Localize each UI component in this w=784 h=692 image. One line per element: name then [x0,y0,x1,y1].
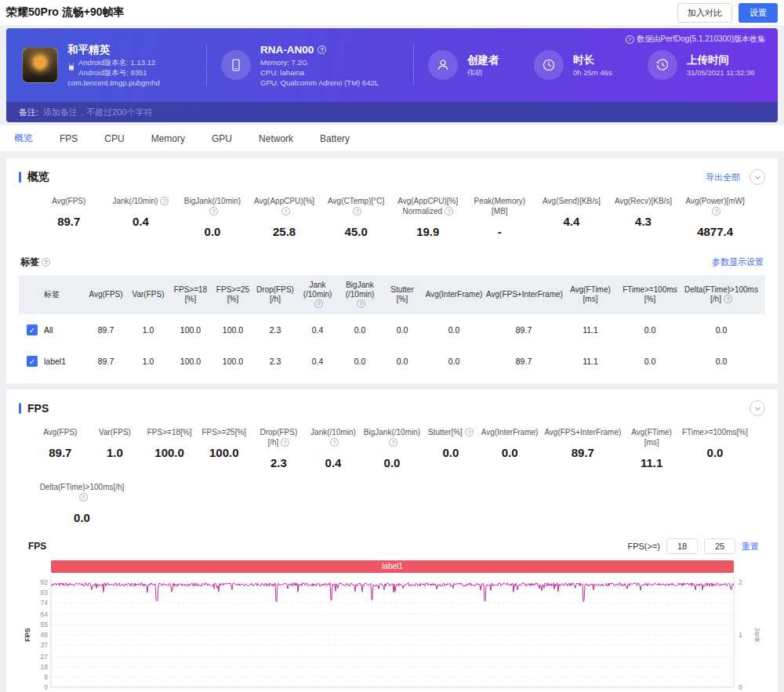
creator-label: 创建者 [467,53,499,67]
svg-text:64: 64 [41,610,49,618]
tab-Battery[interactable]: Battery [320,125,350,152]
metric-value: 100.0 [145,446,194,459]
settings-button[interactable]: 设置 [739,3,778,23]
clock-icon [534,50,564,80]
info-icon[interactable] [209,207,218,216]
info-icon[interactable] [79,493,88,502]
svg-text:9: 9 [44,673,48,681]
history-clock-icon [648,50,677,80]
table-cell: 1.0 [127,346,169,377]
reset-link[interactable]: 重置 [742,541,759,553]
table-header-cell: FPS>=18 [%] [169,275,212,314]
info-icon[interactable] [724,295,732,303]
tab-FPS[interactable]: FPS [60,125,78,152]
svg-text:18: 18 [41,663,49,671]
metric-value: 45.0 [323,225,389,238]
info-icon[interactable] [465,428,474,437]
tab-Memory[interactable]: Memory [151,125,185,152]
fps-chart-title: FPS [28,541,46,552]
metric-label: Avg(InterFrame) [481,427,539,437]
table-cell: 0.0 [618,346,682,377]
upload-time-segment: 上传时间 31/05/2021 11:32:36 [648,50,762,80]
info-icon[interactable] [330,438,339,447]
collapse-fps-button[interactable] [750,400,765,416]
info-icon[interactable] [42,258,50,266]
metric-label: BigJank(/10min) [364,427,420,447]
remark-input[interactable]: 添加备注，不超过200个字符 [43,107,152,118]
metric-value: 19.9 [395,225,461,238]
table-header-cell: Var(FPS) [127,275,169,314]
table-header-cell: Avg(FPS) [85,275,127,314]
svg-text:1: 1 [739,631,742,639]
table-cell: 0.0 [423,314,485,346]
row-checkbox[interactable] [27,356,38,367]
export-all-link[interactable]: 导出全部 [706,172,740,183]
metric-value: 11.1 [627,456,676,469]
fps-chart[interactable]: 09182737465564748392012FPSJank00:0001:18… [24,573,760,692]
table-cell: 11.1 [563,346,618,377]
metric: Avg(Power)[mW]4877.4 [679,196,751,238]
metric-value: 0.0 [36,511,128,524]
info-icon[interactable] [712,207,720,216]
tab-概览[interactable]: 概览 [14,125,33,152]
table-cell: 0.0 [682,346,760,377]
tab-CPU[interactable]: CPU [104,125,124,152]
tab-GPU[interactable]: GPU [212,125,232,152]
device-info-segment: RNA-AN00 Memory: 7.2G CPU: lahaina GPU: … [221,43,413,88]
fps-threshold-controls: FPS(>=) 18 25 重置 [627,538,759,554]
table-cell: 0.4 [296,346,339,377]
app-package: com.tencent.tmgp.pubgmhd [67,78,160,88]
info-icon[interactable] [160,197,169,205]
info-icon[interactable] [281,207,290,216]
table-cell: 0.0 [381,346,423,377]
app-version-rows: Android版本名: 1.13.12 Android版本号: 9351 [67,57,160,78]
page-title: 荣耀50Pro 流畅+90帧率 [6,5,125,20]
row-checkbox[interactable] [27,324,38,335]
metric: Avg(FPS+InterFrame)89.7 [541,427,624,469]
fps-header: FPS [19,397,765,421]
title-accent-bar [19,172,21,183]
table-row: label189.71.0100.0100.02.30.40.00.00.089… [19,346,765,377]
compare-button[interactable]: 加入对比 [677,3,732,23]
metric: BigJank(/10min)0.0 [361,427,423,469]
overview-section: 概览 导出全部 Avg(FPS)89.7Jank(/10min)0.4BigJa… [6,158,778,383]
device-model: RNA-AN00 [260,43,379,57]
row-label: label1 [44,357,66,366]
metric-label: Avg(FTime)[ms] [627,427,676,447]
metric-value: - [467,225,533,238]
table-cell: 2.3 [254,346,296,377]
metric: Jank(/10min)0.4 [306,427,361,469]
info-icon[interactable] [281,438,289,447]
metric-label: Jank(/10min) [108,196,174,206]
collapse-overview-button[interactable] [750,169,765,185]
duration-value: 0h 25m 46s [573,67,612,78]
table-cell: 89.7 [485,314,563,346]
svg-text:92: 92 [41,578,49,586]
info-icon[interactable] [318,45,326,54]
fps-threshold-input-1[interactable]: 18 [666,538,698,554]
device-cpu: CPU: lahaina [260,67,379,78]
info-icon[interactable] [445,207,453,216]
svg-text:46: 46 [41,631,49,639]
table-cell: 0.0 [381,314,423,346]
labels-table: 标签Avg(FPS)Var(FPS)FPS>=18 [%]FPS>=25 [%]… [19,275,765,377]
metric-value: 4.3 [611,215,677,228]
metric-label: FPS>=25[%] [200,427,249,437]
metric: FPS>=18[%]100.0 [142,427,197,469]
svg-text:Jank: Jank [753,627,760,643]
metric-label: Drop(FPS)[/h] [255,427,303,447]
info-icon[interactable] [389,438,397,447]
param-display-settings-link[interactable]: 参数显示设置 [712,256,764,268]
table-cell: 0.0 [682,314,760,346]
metric: Avg(AppCPU)[%]25.8 [249,196,321,238]
table-cell: 0.0 [339,346,381,377]
metric: Avg(InterFrame)0.0 [478,427,542,469]
fps-threshold-input-2[interactable]: 25 [704,538,735,554]
info-icon[interactable] [353,207,361,216]
info-icon[interactable] [314,299,323,308]
info-icon[interactable] [357,299,365,308]
metric: Stutter[%]0.0 [423,427,478,469]
duration-segment: 时长 0h 25m 46s [534,50,648,80]
tab-Network[interactable]: Network [259,125,293,152]
duration-label: 时长 [573,53,612,67]
